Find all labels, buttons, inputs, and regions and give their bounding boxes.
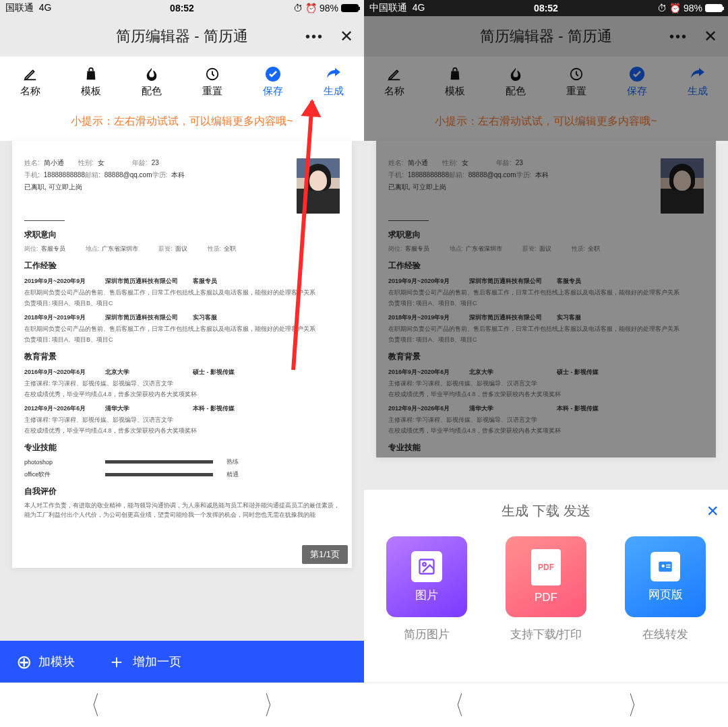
page-title: 简历编辑器 - 简历通 xyxy=(480,26,612,46)
browser-nav: 〈 〉 xyxy=(364,683,728,727)
bag-icon xyxy=(447,66,463,82)
name-tool[interactable]: 名称 xyxy=(0,57,61,106)
status-bar: 国联通 4G 08:52 ⏱ ⏰98% xyxy=(0,0,364,16)
pencil-icon xyxy=(386,66,402,82)
export-image-card[interactable]: 图片 简历图片 xyxy=(386,536,467,642)
card-sub: 支持下载/打印 xyxy=(506,627,586,642)
action-sheet: 生成 下载 发送× 图片 简历图片 PDFPDF 支持下载/打印 网页版 在线转… xyxy=(364,490,728,683)
section-self-title: 自我评价 xyxy=(24,486,340,497)
plus-circle-icon: ⊕ xyxy=(16,651,32,673)
more-icon[interactable]: ••• xyxy=(305,29,324,44)
plus-icon: ＋ xyxy=(107,649,126,674)
add-page-button[interactable]: ＋增加一页 xyxy=(91,649,198,674)
network-label: 4G xyxy=(413,2,425,13)
nav-back-icon[interactable]: 〈 xyxy=(446,687,464,723)
template-tool[interactable]: 模板 xyxy=(425,57,485,106)
close-icon[interactable]: ✕ xyxy=(340,27,353,46)
tool-label: 重置 xyxy=(202,85,222,98)
carrier-label: 国联通 xyxy=(5,2,34,13)
reset-tool[interactable]: 重置 xyxy=(546,57,607,106)
network-label: 4G xyxy=(39,2,52,13)
section-skill-title: 专业技能 xyxy=(24,442,340,453)
card-sub: 在线转发 xyxy=(625,627,706,642)
svg-rect-8 xyxy=(666,564,671,565)
svg-rect-9 xyxy=(666,567,671,568)
toolbar: 名称 模板 配色 重置 保存 生成 xyxy=(364,57,728,106)
carrier-label: 中国联通 xyxy=(369,2,407,13)
tool-label: 模板 xyxy=(81,85,101,98)
sheet-close-icon[interactable]: × xyxy=(706,499,719,522)
save-tool[interactable]: 保存 xyxy=(607,57,667,106)
tool-label: 生成 xyxy=(324,85,344,98)
button-label: 加模块 xyxy=(38,654,75,670)
check-circle-icon xyxy=(265,66,281,82)
section-intent-title: 求职意向 xyxy=(24,229,340,241)
battery-label: 98% xyxy=(320,3,338,13)
export-web-card[interactable]: 网页版 在线转发 xyxy=(625,536,706,642)
template-tool[interactable]: 模板 xyxy=(61,57,121,106)
battery-icon xyxy=(705,4,723,12)
screen-left: 国联通 4G 08:52 ⏱ ⏰98% 简历编辑器 - 简历通 ••• ✕ 名称… xyxy=(0,0,364,683)
hint-text: 小提示：左右滑动试试，可以编辑更多内容哦~ xyxy=(364,106,728,141)
resume-preview: 姓名:简小通性别:女年龄:23 手机:18888888888邮箱:88888@q… xyxy=(376,141,716,457)
bottom-bar: ⊕加模块 ＋增加一页 xyxy=(0,641,364,683)
title-bar: 简历编辑器 - 简历通 ••• ✕ xyxy=(364,16,728,57)
basic-info: 姓名:简小通性别:女年龄:23 手机:18888888888邮箱:88888@q… xyxy=(24,158,286,214)
name-tool[interactable]: 名称 xyxy=(364,57,425,106)
bag-icon xyxy=(83,66,99,82)
tool-label: 名称 xyxy=(20,85,40,98)
screen-right: 中国联通 4G 08:52 ⏱ ⏰98% 简历编辑器 - 简历通 ••• ✕ 名… xyxy=(364,0,728,683)
clock-label: 08:52 xyxy=(170,3,194,13)
alarm-icon: ⏱ ⏰ xyxy=(657,3,681,13)
page-title: 简历编辑器 - 简历通 xyxy=(116,26,248,46)
export-pdf-card[interactable]: PDFPDF 支持下载/打印 xyxy=(506,536,586,642)
close-icon[interactable]: ✕ xyxy=(704,27,717,46)
card-sub: 简历图片 xyxy=(386,627,467,642)
color-tool[interactable]: 配色 xyxy=(485,57,546,106)
sheet-title: 生成 下载 发送 xyxy=(502,503,590,518)
check-circle-icon xyxy=(629,66,645,82)
svg-point-7 xyxy=(662,564,665,567)
color-tool[interactable]: 配色 xyxy=(121,57,182,106)
more-icon[interactable]: ••• xyxy=(669,29,688,44)
tool-label: 保存 xyxy=(263,85,283,98)
save-tool[interactable]: 保存 xyxy=(243,57,303,106)
nav-forward-icon[interactable]: 〉 xyxy=(628,687,646,723)
clock-icon xyxy=(204,66,220,82)
avatar-photo xyxy=(661,158,704,214)
title-bar: 简历编辑器 - 简历通 ••• ✕ xyxy=(0,16,364,57)
flame-icon xyxy=(144,66,160,82)
pencil-icon xyxy=(22,66,38,82)
resume-preview[interactable]: 姓名:简小通性别:女年龄:23 手机:18888888888邮箱:88888@q… xyxy=(12,141,352,568)
reset-tool[interactable]: 重置 xyxy=(182,57,243,106)
button-label: 增加一页 xyxy=(133,654,181,670)
status-bar: 中国联通 4G 08:52 ⏱ ⏰98% xyxy=(364,0,728,16)
clock-icon xyxy=(568,66,584,82)
pdf-icon: PDF xyxy=(531,549,561,586)
add-module-button[interactable]: ⊕加模块 xyxy=(0,651,91,673)
clock-label: 08:52 xyxy=(534,3,558,13)
id-card-icon xyxy=(650,552,680,581)
battery-label: 98% xyxy=(684,3,702,13)
browser-nav: 〈 〉 xyxy=(0,683,364,727)
alarm-icon: ⏱ ⏰ xyxy=(293,3,317,13)
section-exp-title: 工作经验 xyxy=(24,260,340,272)
battery-icon xyxy=(341,4,359,12)
share-icon xyxy=(326,66,342,82)
image-icon xyxy=(411,551,442,582)
page-indicator: 第1/1页 xyxy=(302,545,348,564)
nav-back-icon[interactable]: 〈 xyxy=(82,687,100,723)
generate-tool[interactable]: 生成 xyxy=(667,57,728,106)
flame-icon xyxy=(508,66,524,82)
nav-forward-icon[interactable]: 〉 xyxy=(264,687,282,723)
share-icon xyxy=(690,66,706,82)
tool-label: 配色 xyxy=(142,85,162,98)
svg-point-5 xyxy=(423,563,426,566)
